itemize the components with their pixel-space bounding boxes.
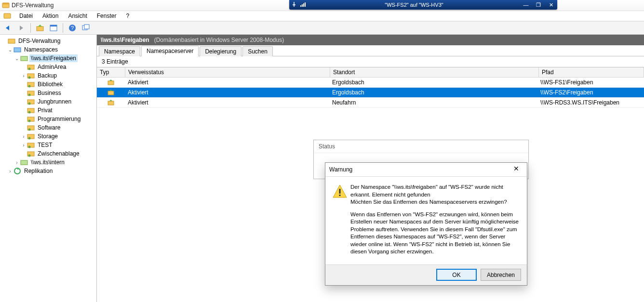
- dialog-p3: Wenn das Entfernen von "WS-FS2" erzwunge…: [350, 211, 520, 256]
- tree-root[interactable]: DFS-Verwaltung: [0, 37, 96, 45]
- pin-icon[interactable]: [289, 1, 299, 8]
- tab-delegierung[interactable]: Delegierung: [200, 46, 242, 56]
- col-site[interactable]: Standort: [330, 67, 539, 77]
- app-icon: [2, 1, 10, 9]
- chevron-down-icon[interactable]: ⌄: [7, 47, 13, 53]
- svg-rect-3: [302, 4, 303, 7]
- folder-icon: [8, 37, 15, 45]
- toolbar-separator: [30, 23, 31, 33]
- chevron-right-icon[interactable]: ›: [20, 73, 27, 79]
- table-row[interactable]: AktiviertErgoldsbach\\WS-FS1\Freigaben: [97, 78, 644, 88]
- menubar: Datei Aktion Ansicht Fenster ?: [0, 11, 644, 21]
- svg-rect-5: [305, 2, 306, 7]
- namespace-icon: [20, 54, 28, 62]
- tree-item-label: Business: [36, 89, 63, 97]
- svg-rect-16: [21, 56, 27, 61]
- dialog-p2: Möchten Sie das Entfernen des Namespaces…: [350, 198, 520, 206]
- svg-point-18: [28, 68, 31, 70]
- chevron-right-icon[interactable]: ›: [7, 169, 13, 174]
- tree-item[interactable]: Programmierung: [0, 115, 96, 123]
- col-typ[interactable]: Typ: [97, 67, 125, 77]
- menu-fenster[interactable]: Fenster: [92, 12, 121, 20]
- share-folder-icon: [27, 106, 35, 114]
- svg-rect-41: [108, 81, 114, 85]
- svg-point-22: [28, 85, 31, 88]
- toolbar-view-button[interactable]: [48, 22, 59, 34]
- col-status[interactable]: Verweisstatus: [125, 67, 330, 77]
- chevron-down-icon[interactable]: ⌄: [13, 56, 20, 61]
- svg-rect-39: [21, 160, 27, 165]
- tree-item[interactable]: ›Storage: [0, 132, 96, 141]
- tree-item-label: Software: [36, 124, 62, 131]
- remote-connection-bar: "WS-FS2" auf "WS-HV3" — ❐ ✕: [289, 0, 557, 10]
- menu-help[interactable]: ?: [121, 12, 134, 20]
- chevron-right-icon[interactable]: ›: [20, 134, 27, 139]
- menu-ansicht[interactable]: Ansicht: [63, 12, 92, 20]
- tree-label: Namespaces: [23, 46, 59, 53]
- ok-button[interactable]: OK: [436, 269, 477, 281]
- share-folder-icon: [27, 132, 35, 140]
- tree-namespaces[interactable]: ⌄ Namespaces: [0, 45, 96, 54]
- tree-item-label: Programmierung: [36, 115, 82, 123]
- row-path: \\WS-FS2\Freigaben: [537, 89, 644, 96]
- toolbar-help-button[interactable]: ?: [67, 22, 78, 34]
- dialog-text: Der Namespace "\\ws.its\freigaben" auf "…: [350, 184, 520, 256]
- tree-item[interactable]: Software: [0, 123, 96, 132]
- toolbar-window-button[interactable]: [80, 22, 92, 34]
- dialog-buttons: OK Abbrechen: [325, 264, 527, 285]
- toolbar-up-button[interactable]: [34, 22, 46, 34]
- toolbar-forward-button[interactable]: [15, 22, 27, 34]
- menubar-icon: [3, 12, 12, 20]
- navigation-tree[interactable]: DFS-Verwaltung ⌄ Namespaces ⌄ \\ws.its\F…: [0, 35, 97, 302]
- remote-minimize-button[interactable]: —: [520, 2, 532, 8]
- svg-rect-13: [84, 25, 89, 29]
- toolbar-back-button[interactable]: [2, 22, 13, 34]
- table-row[interactable]: AktiviertErgoldsbach\\WS-FS2\Freigaben: [97, 88, 644, 98]
- tree-item-label: Backup: [36, 72, 58, 79]
- tab-namespace[interactable]: Namespace: [99, 46, 140, 56]
- share-folder-icon: [27, 124, 35, 131]
- remote-close-button[interactable]: ✕: [545, 2, 557, 8]
- tree-item[interactable]: Zwischenablage: [0, 149, 96, 158]
- row-site: Neufahrn: [329, 99, 537, 106]
- svg-point-26: [28, 103, 31, 105]
- menu-aktion[interactable]: Aktion: [38, 12, 63, 20]
- menu-datei[interactable]: Datei: [14, 12, 38, 20]
- share-folder-icon: [27, 98, 35, 105]
- tree-item[interactable]: ›Backup: [0, 71, 96, 80]
- remote-restore-button[interactable]: ❐: [532, 2, 545, 8]
- chevron-right-icon[interactable]: ›: [13, 160, 20, 165]
- svg-rect-6: [4, 13, 11, 18]
- tree-item[interactable]: Bibliothek: [0, 80, 96, 89]
- table-row[interactable]: AktiviertNeufahrn\\WS-RDS3.WS.ITS\Freiga…: [97, 98, 644, 108]
- signal-icon: [299, 1, 309, 8]
- col-path[interactable]: Pfad: [539, 67, 644, 77]
- svg-rect-1: [2, 3, 9, 4]
- svg-text:?: ?: [71, 25, 74, 31]
- tab-suchen[interactable]: Suchen: [242, 46, 273, 56]
- tree-item[interactable]: AdminArea: [0, 63, 96, 71]
- dialog-titlebar[interactable]: Warnung ✕: [325, 163, 527, 177]
- row-path: \\WS-RDS3.WS.ITS\Freigaben: [537, 99, 644, 106]
- dialog-p1: Der Namespace "\\ws.its\freigaben" auf "…: [350, 184, 520, 198]
- share-folder-icon: [27, 72, 35, 79]
- cancel-button[interactable]: Abbrechen: [481, 269, 521, 281]
- svg-point-20: [28, 77, 31, 79]
- tab-namespaceserver[interactable]: Namespaceserver: [141, 46, 199, 56]
- tree-replication[interactable]: › Replikation: [0, 167, 96, 175]
- row-status: Aktiviert: [125, 99, 329, 106]
- tree-label: DFS-Verwaltung: [17, 37, 62, 45]
- tree-item[interactable]: Business: [0, 89, 96, 97]
- tree-ns-intern[interactable]: › \\ws.its\intern: [0, 158, 96, 167]
- path-main: \\ws.its\Freigaben: [101, 37, 149, 43]
- warning-dialog: Warnung ✕ Der Namespace "\\ws.its\freiga…: [325, 162, 527, 286]
- tree-ns-freigaben[interactable]: ⌄ \\ws.its\Freigaben: [0, 54, 96, 63]
- row-type-icon: [97, 99, 125, 106]
- tree-item[interactable]: Privat: [0, 106, 96, 115]
- tree-item[interactable]: Jungbrunnen: [0, 97, 96, 106]
- close-icon[interactable]: ✕: [510, 165, 523, 174]
- tree-item[interactable]: ›TEST: [0, 141, 96, 149]
- svg-point-38: [28, 155, 31, 157]
- row-site: Ergoldsbach: [329, 79, 537, 86]
- chevron-right-icon[interactable]: ›: [20, 143, 27, 148]
